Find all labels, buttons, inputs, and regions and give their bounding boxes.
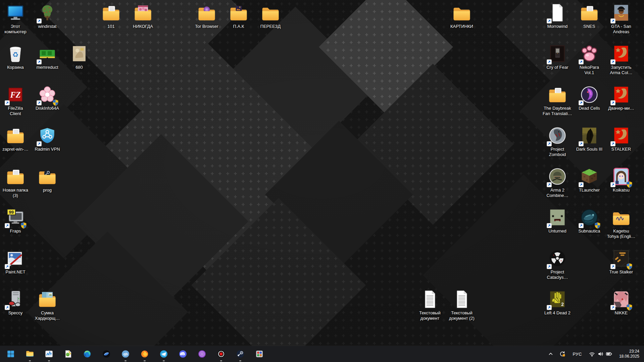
desktop-icon-left-4-dead-2[interactable]: 2Left 4 Dead 2 (542, 289, 573, 316)
language-indicator[interactable]: РУС (569, 347, 585, 361)
shortcut-arrow-badge (610, 141, 615, 146)
icon-label-line: memreduct (36, 65, 58, 70)
desktop-icon-speccy[interactable]: Speccy (0, 289, 31, 316)
desktop-icon-cry-of-fear[interactable]: Cry of Fear (542, 44, 573, 70)
desktop-icon-sumka-hardkor[interactable]: СумкаХардкорщ… (32, 289, 63, 321)
desktop-icon-radmin-vpn[interactable]: Radmin VPN (32, 125, 63, 152)
tray-network-volume-battery[interactable] (587, 347, 614, 361)
shortcut-arrow-badge (547, 264, 552, 269)
desktop-icon-text-doc-1[interactable]: Текстовыйдокумент (414, 289, 445, 321)
desktop-icon-folder-pereezd[interactable]: ПЕРЕЕЗД (255, 3, 286, 29)
taskbar-task-manager-button[interactable] (42, 346, 56, 362)
desktop-icon-dead-cells[interactable]: Dead Cells (574, 85, 605, 111)
desktop-icon-true-stalker[interactable]: True Stalker (606, 248, 637, 275)
cry-of-fear-icon (547, 44, 567, 64)
icon-label: ProjectZomboid (549, 147, 566, 157)
icon-label: DiskInfo64A (36, 106, 59, 111)
desktop-icon-paint-net[interactable]: Paint.NET (0, 248, 31, 275)
shortcut-arrow-badge (5, 305, 10, 310)
taskbar-edge-button[interactable] (81, 346, 94, 362)
clock[interactable]: 23:24 18.06.2025 (616, 347, 642, 361)
taskbar-color-grid-app-button[interactable] (253, 346, 266, 362)
desktop-icon-windirstat[interactable]: windirstat (32, 3, 63, 29)
taskbar-qbittorrent-button[interactable]: qb (119, 346, 132, 362)
icon-label-line: Zomboid (549, 152, 566, 157)
desktop-icon-nikke[interactable]: NIKKE (606, 289, 637, 316)
folder-101-icon (101, 3, 121, 23)
icon-label: The DaybreakFan Translati… (543, 106, 572, 116)
taskbar-apps: qb (4, 346, 266, 362)
svg-text:qb: qb (123, 352, 128, 356)
desktop-icon-folder-nikogda[interactable]: НИКОГДА (128, 3, 158, 29)
desktop-icon-image-680[interactable]: 680 (64, 44, 95, 70)
icon-label: True Stalker (609, 269, 633, 275)
notepad-plus-plus-icon (64, 350, 72, 358)
icon-label: KagetsuTohya (Engli… (607, 228, 636, 239)
icon-label-line: STALKER (611, 147, 631, 152)
desktop-icon-zapret-win[interactable]: zapret-win-… (0, 125, 31, 152)
tray-update-pending-button[interactable] (557, 347, 567, 361)
gta-san-andreas-icon (611, 3, 631, 23)
desktop-icon-project-zomboid[interactable]: ProjectZomboid (542, 125, 573, 157)
desktop-icon-folder-prog[interactable]: prog (32, 166, 63, 193)
desktop-icon-memreduct[interactable]: memreduct (32, 44, 63, 70)
icon-label-line: Tohya (Engli… (607, 234, 636, 239)
uac-shield-badge (594, 222, 601, 229)
running-indicator-dot (163, 360, 165, 361)
icon-label: Subnautica (578, 228, 600, 234)
taskbar-file-explorer-button[interactable] (23, 346, 37, 362)
desktop-icon-folder-snes[interactable]: SNES (574, 3, 605, 29)
desktop-icon-filezilla-client[interactable]: FZFileZillaClient (0, 85, 31, 116)
icon-label-line: Morrowind (547, 24, 568, 29)
taskbar-discord-button[interactable] (176, 346, 190, 362)
desktop-icon-recycle-bin[interactable]: ♻Корзина (0, 44, 31, 70)
desktop-icon-unturned[interactable]: Unturned (542, 207, 573, 234)
desktop-icon-tor-browser-folder[interactable]: Tor Browser (191, 3, 222, 29)
desktop-icon-stalker[interactable]: STALKER (606, 125, 637, 152)
desktop-icon-project-cataclysm[interactable]: ProjectCataclys… (542, 248, 573, 280)
taskbar-start-button[interactable] (4, 346, 17, 362)
folder-pereezd-icon (260, 3, 281, 23)
shortcut-arrow-badge (37, 141, 42, 146)
icon-label: Paint.NET (5, 269, 25, 275)
desktop-icon-diskinfo64a[interactable]: DiskInfo64A (32, 85, 63, 111)
image-680-icon (69, 44, 89, 64)
taskbar-telegram-button[interactable] (157, 346, 170, 362)
desktop-icon-this-pc[interactable]: Этоткомпьютер (0, 3, 31, 35)
desktop-icon-tlauncher[interactable]: TLauncher (574, 166, 605, 193)
desktop-icon-koikatsu[interactable]: Koikatsu (606, 166, 637, 193)
taskbar-dark-swoosh-app-button[interactable] (100, 346, 113, 362)
taskbar-screen-recorder-button[interactable] (214, 346, 228, 362)
desktop-icon-daybreak-folder[interactable]: The DaybreakFan Translati… (542, 85, 573, 116)
icon-label-line: 101 (107, 24, 115, 29)
desktop-icon-kagetsu-tohya[interactable]: KagetsuTohya (Engli… (606, 207, 637, 239)
unturned-icon (547, 207, 567, 227)
desktop-icon-novaya-papka-3[interactable]: Новая папка(3) (0, 166, 31, 198)
taskbar-firefox-button[interactable] (138, 346, 151, 362)
desktop-icon-subnautica[interactable]: Subnautica (574, 207, 605, 234)
desktop-icon-dvacher[interactable]: Двачер-ми… (606, 85, 637, 111)
icon-label-line: Хардкорщ… (35, 316, 60, 321)
taskbar-tor-browser-button[interactable] (195, 346, 209, 362)
desktop-icon-fraps[interactable]: 99Fraps (0, 207, 31, 234)
tray-hidden-icons-button[interactable] (546, 347, 555, 361)
desktop-screen: Этоткомпьютерwindirstat101НИКОГДАTor Bro… (0, 0, 644, 362)
desktop-icon-nekopara-vol1[interactable]: NekoParaVol.1 (574, 44, 605, 75)
desktop-icon-dark-souls-iii[interactable]: Dark Souls III (574, 125, 605, 152)
taskbar-steam-button[interactable] (234, 346, 247, 362)
desktop-icon-morrowind[interactable]: Morrowind (542, 3, 573, 29)
desktop-icon-folder-kartinki[interactable]: КАРТИНКИ (446, 3, 477, 29)
icon-label-line: prog (43, 188, 52, 193)
qbittorrent-icon: qb (121, 350, 130, 358)
folder-pak-icon (229, 3, 249, 23)
desktop-icon-arma-2-co[interactable]: Arma 2Combine… (542, 166, 573, 198)
shortcut-arrow-badge (547, 223, 552, 228)
running-indicator-dot (220, 360, 222, 361)
desktop-icon-folder-pak[interactable]: П.А.К (223, 3, 254, 29)
desktop-icon-text-doc-2[interactable]: Текстовыйдокумент (2) (446, 289, 477, 321)
icon-label-line: Speccy (8, 310, 23, 316)
desktop-icon-gta-san-andreas[interactable]: GTA - SanAndreas (606, 3, 637, 35)
desktop-icon-folder-101[interactable]: 101 (96, 3, 127, 29)
taskbar-notepad-plus-plus-button[interactable] (61, 346, 75, 362)
desktop-icon-zapustit-arma[interactable]: ЗапуститьArma Col… (606, 44, 637, 75)
